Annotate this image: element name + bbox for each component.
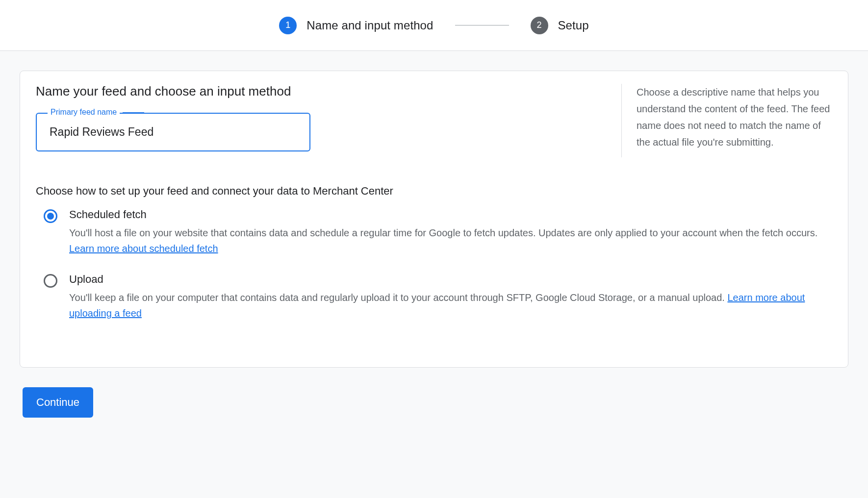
step-1-circle: 1 [279,17,297,34]
radio-option-scheduled-fetch[interactable]: Scheduled fetch You'll host a file on yo… [36,208,832,256]
radio-option-upload[interactable]: Upload You'll keep a file on your comput… [36,273,832,321]
radio-body-scheduled: Scheduled fetch You'll host a file on yo… [69,208,832,256]
radio-desc-text-scheduled: You'll host a file on your website that … [69,227,817,238]
main-card: Name your feed and choose an input metho… [20,71,848,368]
step-1-label: Name and input method [306,19,433,32]
continue-button[interactable]: Continue [23,387,93,418]
feed-name-input[interactable] [36,113,310,151]
content-wrapper: Name your feed and choose an input metho… [0,51,868,437]
radio-scheduled-fetch[interactable] [44,209,57,223]
choose-heading: Choose how to set up your feed and conne… [36,185,832,198]
step-1-number: 1 [285,20,290,30]
feed-name-field-wrapper: Primary feed name [36,113,310,151]
radio-desc-scheduled: You'll host a file on your website that … [69,225,832,256]
step-connector [455,25,509,25]
help-panel: Choose a descriptive name that helps you… [621,84,832,157]
stepper-bar: 1 Name and input method 2 Setup [0,0,868,51]
radio-desc-upload: You'll keep a file on your computer that… [69,290,832,321]
help-text: Choose a descriptive name that helps you… [637,84,832,150]
radio-upload[interactable] [44,274,57,288]
radio-desc-text-upload: You'll keep a file on your computer that… [69,292,727,303]
feed-name-label: Primary feed name [48,108,120,117]
step-2-number: 2 [537,20,542,30]
stepper: 1 Name and input method 2 Setup [279,17,588,34]
step-2-label: Setup [558,19,589,32]
step-1[interactable]: 1 Name and input method [279,17,433,34]
step-2[interactable]: 2 Setup [531,17,589,34]
card-left: Name your feed and choose an input metho… [36,84,602,157]
radio-body-upload: Upload You'll keep a file on your comput… [69,273,832,321]
section-heading: Name your feed and choose an input metho… [36,84,602,99]
step-2-circle: 2 [531,17,548,34]
learn-more-scheduled-link[interactable]: Learn more about scheduled fetch [69,243,218,254]
radio-title-scheduled: Scheduled fetch [69,208,832,221]
radio-title-upload: Upload [69,273,832,286]
card-top-row: Name your feed and choose an input metho… [36,84,832,157]
